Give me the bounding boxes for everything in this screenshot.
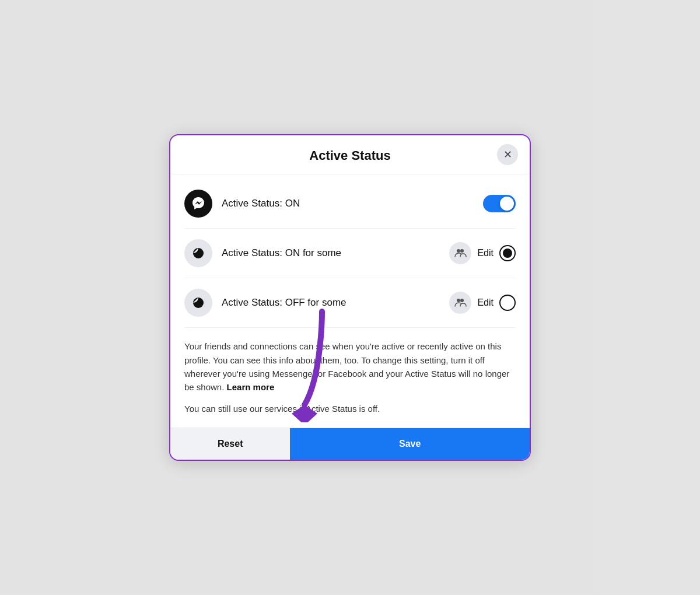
svg-point-7 bbox=[460, 299, 464, 302]
toggle-track bbox=[483, 195, 516, 212]
edit-off-some-button[interactable]: Edit bbox=[477, 298, 494, 308]
edit-on-some-button[interactable]: Edit bbox=[477, 248, 494, 258]
radio-off-some[interactable] bbox=[499, 295, 516, 311]
close-icon: ✕ bbox=[503, 148, 512, 161]
dialog-backdrop: Active Status ✕ Active Status: ON bbox=[0, 0, 700, 595]
option-on-label: Active Status: ON bbox=[222, 198, 483, 209]
dialog-header: Active Status ✕ bbox=[170, 135, 530, 174]
toggle-thumb bbox=[500, 197, 514, 211]
off-some-controls: Edit bbox=[449, 292, 516, 314]
svg-point-2 bbox=[457, 249, 460, 253]
reset-button[interactable]: Reset bbox=[170, 428, 290, 460]
close-button[interactable]: ✕ bbox=[497, 144, 518, 165]
svg-point-5 bbox=[193, 298, 204, 308]
services-text: You can still use our services if Active… bbox=[184, 402, 516, 415]
radio-on-some[interactable] bbox=[499, 245, 516, 261]
save-button[interactable]: Save bbox=[290, 428, 530, 460]
toggle-control bbox=[483, 195, 516, 212]
svg-point-6 bbox=[457, 299, 460, 302]
partial-on-icon bbox=[184, 239, 212, 267]
group-icon-off-some[interactable] bbox=[449, 292, 471, 314]
learn-more-link[interactable]: Learn more bbox=[227, 382, 275, 392]
dialog-footer: Reset Save bbox=[170, 428, 530, 460]
option-off-some-label: Active Status: OFF for some bbox=[222, 297, 449, 309]
group-icon-on-some[interactable] bbox=[449, 242, 471, 264]
messenger-icon bbox=[184, 190, 212, 218]
option-on-some-row: Active Status: ON for some Edit bbox=[184, 229, 516, 278]
dialog-body: Active Status: ON bbox=[170, 174, 530, 425]
svg-point-1 bbox=[193, 248, 204, 258]
description-section: Your friends and connections can see whe… bbox=[184, 328, 516, 425]
on-some-controls: Edit bbox=[449, 242, 516, 264]
option-off-some-row: Active Status: OFF for some Edit bbox=[184, 278, 516, 328]
option-on-some-label: Active Status: ON for some bbox=[222, 247, 449, 259]
svg-point-3 bbox=[460, 249, 464, 253]
option-active-on-row: Active Status: ON bbox=[184, 179, 516, 229]
partial-off-icon bbox=[184, 289, 212, 317]
active-status-dialog: Active Status ✕ Active Status: ON bbox=[169, 134, 531, 460]
dialog-title: Active Status bbox=[309, 148, 390, 163]
active-status-toggle[interactable] bbox=[483, 195, 516, 212]
